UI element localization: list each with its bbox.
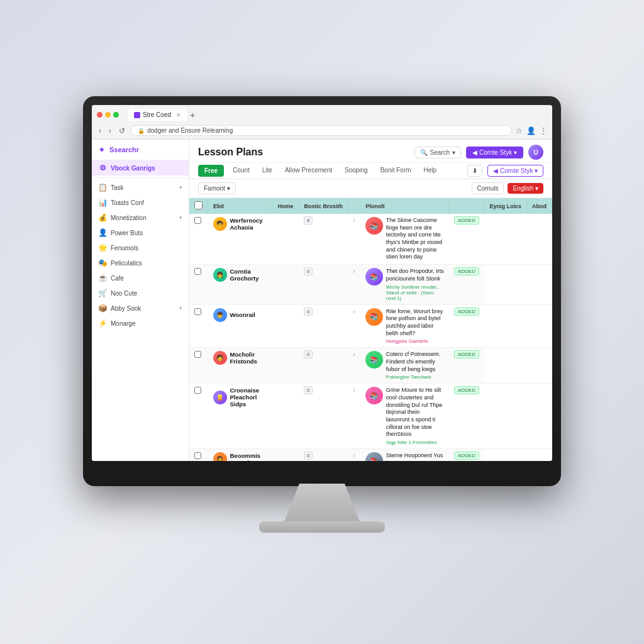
sidebar-item-features[interactable]: 🌟 Fenumols — [92, 240, 189, 255]
tab-help[interactable]: Help — [418, 163, 443, 179]
row-home-cell — [272, 449, 299, 461]
create-style-label: ◀ Cornte Styk ▾ — [493, 167, 538, 174]
row-chevron-cell[interactable]: › — [348, 304, 360, 348]
sidebar-item-peliculatics[interactable]: 🎭 Peliculatics — [92, 255, 189, 270]
select-all-checkbox[interactable] — [194, 201, 203, 209]
table-row: 👧 Corntia Grochorty 0 › 📚 Thet doo Propo… — [189, 265, 552, 304]
row-checkbox[interactable] — [194, 351, 201, 358]
back-button[interactable]: ‹ — [97, 126, 103, 136]
lesson-text: Cotero cf Potnessem. Findent chi emently… — [386, 351, 444, 380]
tab-free[interactable]: Free — [198, 165, 224, 177]
col-basic-breadth: Bostic Brosith — [299, 198, 348, 214]
row-avatar-cell: 👧 Corntia Grochorty — [208, 265, 272, 304]
row-avatar-cell: 🧑 Mocholir Fristonds — [208, 348, 272, 384]
filter-button[interactable]: Famont ▾ — [198, 182, 236, 194]
tab-lite[interactable]: Lite — [256, 163, 279, 179]
row-home-cell — [272, 384, 299, 449]
sidebar-item-power-buts[interactable]: 👤 Power Buts — [92, 225, 189, 240]
toasts-icon: 📊 — [98, 198, 107, 207]
row-num-cell: 0 — [299, 449, 348, 461]
import-button[interactable]: ⬇ — [467, 165, 482, 177]
student-avatar: 🧒 — [213, 217, 227, 231]
row-status-cell: ADDED — [449, 449, 484, 461]
added-badge: ADDED — [454, 386, 479, 394]
monitor: Stre Coed ✕ + ‹ › ↺ 🔒 dodger and Ensure … — [83, 96, 561, 486]
bookmark-icon[interactable]: ☆ — [516, 126, 523, 135]
save-button[interactable]: ◀ Cornte Styk ▾ — [466, 147, 523, 158]
header-actions: 🔍 Search ▾ ◀ Cornte Styk ▾ U — [414, 145, 544, 160]
lesson-subtitle: Wichy Sonfiner rinodei.. Stand of selte … — [386, 284, 444, 301]
sidebar-item-task[interactable]: 📋 Task ▾ — [92, 180, 189, 195]
row-chevron-cell[interactable]: › — [348, 214, 360, 265]
browser-tab[interactable]: Stre Coed ✕ — [128, 109, 187, 121]
sidebar-item-noo-cute[interactable]: 🛒 Noo Cute — [92, 286, 189, 301]
student-name: Beoommis Armod — [230, 452, 267, 461]
row-checkbox[interactable] — [194, 452, 201, 459]
tab-allow-precement[interactable]: Allow Precement — [279, 163, 338, 179]
language-label: English ▾ — [513, 185, 538, 192]
row-chevron-cell[interactable]: › — [348, 449, 360, 461]
tab-sooping-label: Sooping — [345, 167, 368, 174]
forward-button[interactable]: › — [107, 126, 113, 136]
sidebar-item-toasts-conf[interactable]: 📊 Toasts Conf — [92, 195, 189, 210]
address-box[interactable]: 🔒 dodger and Ensure Relearning — [131, 125, 512, 136]
lesson-title: Cotero cf Potnessem. Findent chi emently… — [386, 351, 444, 373]
row-status-cell: ADDED — [449, 304, 484, 348]
search-chevron-icon: ▾ — [452, 149, 455, 156]
row-lesson-cell: 📚 Grine Moure to He silt oool clustertes… — [360, 384, 449, 449]
lesson-text: Thet doo Propodor, Irts poriciounire fol… — [386, 268, 444, 301]
profile-icon[interactable]: 👤 — [526, 126, 536, 135]
tab-count-label: Count — [233, 167, 250, 174]
row-num-cell: 0 — [299, 265, 348, 304]
page-title: Lesson Plans — [198, 147, 263, 158]
minimize-button[interactable] — [105, 112, 111, 118]
row-chevron-cell[interactable]: › — [348, 384, 360, 449]
col-empty1 — [348, 198, 360, 214]
col-abod: Abod — [526, 198, 552, 214]
tab-close-icon[interactable]: ✕ — [176, 112, 181, 118]
close-button[interactable] — [97, 112, 103, 118]
tab-free-label: Free — [204, 167, 218, 174]
lesson-title: Thet doo Propodor, Irts poriciounire fol… — [386, 268, 444, 282]
row-chevron-cell[interactable]: › — [348, 265, 360, 304]
sidebar-item-abby-sook[interactable]: 📦 Abby Sook ▾ — [92, 301, 189, 316]
sidebar-item-monarge[interactable]: ⚡ Monarge — [92, 316, 189, 331]
sidebar-item-monetization[interactable]: 💰 Monetization ▾ — [92, 210, 189, 225]
row-checkbox[interactable] — [194, 268, 201, 275]
student-avatar: 👦 — [213, 308, 227, 322]
search-label: Search — [430, 149, 450, 156]
noo-cute-icon: 🛒 — [98, 289, 107, 297]
added-badge: ADDED — [454, 216, 479, 225]
student-avatar: 🧔 — [213, 452, 227, 461]
table-row: 🧑 Mocholir Fristonds 0 › 📚 Cotero cf Pot… — [189, 348, 552, 384]
sidebar-item-world-settings[interactable]: ⚙ Vbock Ganrigs — [92, 160, 189, 175]
lesson-text: The Skine Cascome finge heen ore dre tec… — [386, 217, 444, 261]
refresh-button[interactable]: ↺ — [117, 126, 127, 136]
tab-lite-label: Lite — [262, 167, 272, 174]
avatar[interactable]: U — [528, 145, 543, 160]
toolbar-right: Comuls English ▾ — [472, 182, 543, 194]
row-checkbox[interactable] — [194, 308, 201, 315]
columns-button[interactable]: Comuls — [472, 182, 504, 194]
new-tab-button[interactable]: + — [190, 110, 195, 120]
tab-help-label: Help — [424, 167, 437, 174]
tab-count[interactable]: Count — [226, 163, 256, 179]
col-plonolt: Plonolt — [360, 198, 449, 214]
row-chevron-cell[interactable]: › — [348, 348, 360, 384]
maximize-button[interactable] — [113, 112, 119, 118]
tab-bonit[interactable]: Bonit Form — [374, 163, 418, 179]
menu-icon[interactable]: ⋮ — [540, 126, 547, 135]
monetization-icon: 💰 — [98, 213, 107, 222]
search-button[interactable]: 🔍 Search ▾ — [414, 147, 462, 158]
row-checkbox[interactable] — [194, 217, 201, 224]
logo-text: Ssearchr — [109, 146, 139, 153]
create-style-button[interactable]: ◀ Cornte Styk ▾ — [487, 165, 543, 177]
sidebar-item-cafe[interactable]: ☕ Cafe — [92, 270, 189, 286]
row-num-cell: 0 — [299, 384, 348, 449]
row-checkbox[interactable] — [194, 387, 201, 394]
lesson-preview-avatar: 📚 — [365, 268, 383, 286]
col-ebit: Ebit — [208, 198, 272, 214]
language-button[interactable]: English ▾ — [508, 183, 543, 194]
tab-sooping[interactable]: Sooping — [338, 163, 374, 179]
lesson-text: Sterne Hooponent Yus hore-onne oe es Exi… — [386, 452, 444, 461]
